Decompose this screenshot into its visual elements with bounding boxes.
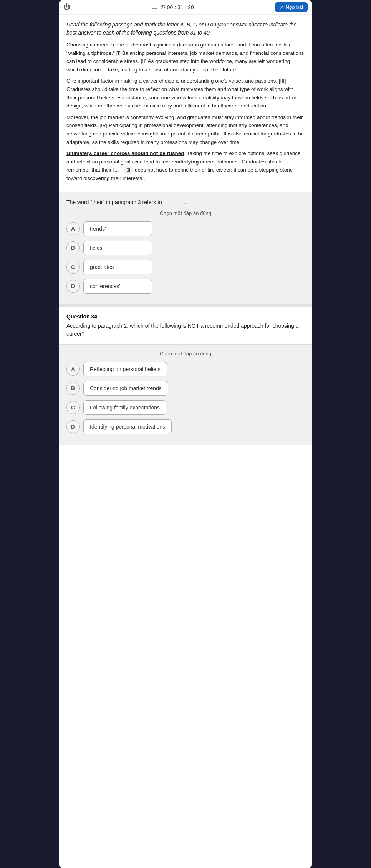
paragraph-2: One important factor in making a career … <box>66 77 305 110</box>
option-34-box-A: Reflecting on personal beliefs <box>83 362 167 376</box>
grid-icon[interactable]: ⊞ <box>123 165 133 175</box>
choose-label-33: Chọn một đáp án đúng <box>66 210 305 216</box>
paragraph-3: Moreover, the job market is constantly e… <box>66 113 305 146</box>
paragraph-1: Choosing a career is one of the most sig… <box>66 41 305 74</box>
option-circle-B: B <box>66 241 80 254</box>
option-34-circle-B: B <box>66 382 80 395</box>
submit-icon: ↗ <box>280 4 284 10</box>
passage-text: Choosing a career is one of the most sig… <box>66 41 305 183</box>
option-34-B[interactable]: B Considering job market trends <box>66 381 305 396</box>
underline-text: Ultimately, career choices should not be… <box>66 150 184 156</box>
option-circle-D: D <box>66 280 80 293</box>
option-box-D: conferences' <box>83 279 152 294</box>
choose-label-34: Chọn một đáp án đúng <box>66 351 305 356</box>
option-34-A[interactable]: A Reflecting on personal beliefs <box>66 362 305 376</box>
timer-icon: ⏱ <box>160 4 166 10</box>
option-33-A[interactable]: A trends' <box>66 221 305 236</box>
option-33-C[interactable]: C graduates' <box>66 260 305 274</box>
power-icon[interactable]: ⏻ <box>63 3 70 11</box>
option-box-B: fields' <box>83 241 152 255</box>
option-34-box-D: Identifying personal motivations <box>83 419 172 434</box>
option-34-D[interactable]: D Identifying personal motivations <box>66 419 305 434</box>
paragraph-4: Ultimately, career choices should not be… <box>66 149 305 182</box>
submit-button[interactable]: ↗ Nộp bài <box>275 2 308 12</box>
option-34-circle-A: A <box>66 363 80 376</box>
option-33-B[interactable]: B fields' <box>66 241 305 255</box>
section-divider <box>59 304 312 307</box>
option-34-box-B: Considering job market trends <box>83 381 168 396</box>
option-33-D[interactable]: D conferences' <box>66 279 305 294</box>
option-34-circle-D: D <box>66 420 80 433</box>
question34-answers: Chọn một đáp án đúng A Reflecting on per… <box>59 345 312 445</box>
option-34-circle-C: C <box>66 401 80 414</box>
option-34-box-C: Following family expectations <box>83 400 166 415</box>
question33-text: The word "their" in paragraph 3 refers t… <box>66 198 305 206</box>
question34-text: According to paragraph 2, which of the f… <box>66 322 305 338</box>
passage-section: Read the following passage and mark the … <box>59 15 312 192</box>
passage-instruction: Read the following passage and mark the … <box>66 21 305 37</box>
question33-section: The word "their" in paragraph 3 refers t… <box>59 192 312 304</box>
menu-icon[interactable]: ☰ <box>152 3 157 11</box>
option-box-C: graduates' <box>83 260 152 274</box>
question34-header: Question 34 According to paragraph 2, wh… <box>59 307 312 345</box>
option-circle-C: C <box>66 261 80 274</box>
question34-label: Question 34 <box>66 314 305 320</box>
option-34-C[interactable]: C Following family expectations <box>66 400 305 415</box>
option-box-A: trends' <box>83 221 152 236</box>
option-circle-A: A <box>66 222 80 235</box>
timer-display: ⏱ 00 : 31 : 20 <box>160 4 194 10</box>
top-bar: ⏻ ☰ ⏱ 00 : 31 : 20 ↗ Nộp bài <box>59 0 312 15</box>
